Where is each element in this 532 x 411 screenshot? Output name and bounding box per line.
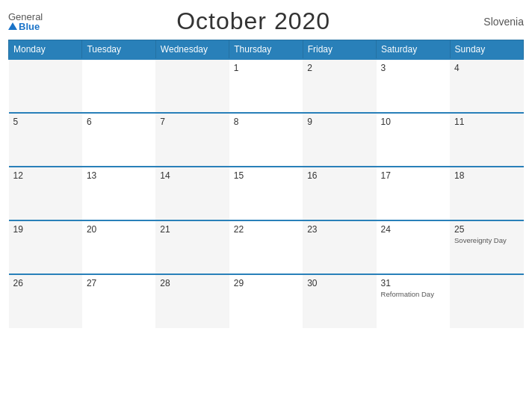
table-row (9, 59, 82, 113)
day-number: 16 (307, 170, 371, 181)
day-number: 3 (381, 63, 445, 73)
day-number: 29 (234, 278, 298, 288)
day-number: 23 (307, 224, 371, 235)
logo-general-text: General (8, 12, 43, 22)
table-row: 14 (155, 167, 229, 220)
calendar-week-3: 12131415161718 (9, 167, 524, 220)
table-row: 31Reformation Day (377, 274, 450, 328)
day-number: 7 (160, 117, 224, 127)
header-tuesday: Tuesday (82, 40, 155, 60)
calendar-header: General Blue October 2020 Slovenia (8, 7, 524, 35)
day-number: 1 (234, 63, 298, 73)
calendar-week-4: 19202122232425Sovereignty Day (9, 220, 524, 274)
day-number: 10 (381, 117, 445, 127)
calendar-table: MondayTuesdayWednesdayThursdayFridaySatu… (8, 40, 524, 328)
table-row: 7 (155, 113, 229, 167)
table-row: 15 (229, 167, 303, 220)
header-wednesday: Wednesday (155, 40, 229, 60)
table-row: 21 (155, 220, 229, 274)
country-name: Slovenia (464, 16, 524, 28)
table-row: 25Sovereignty Day (450, 220, 523, 274)
header-friday: Friday (303, 40, 376, 60)
calendar-week-5: 262728293031Reformation Day (9, 274, 524, 328)
day-number: 17 (381, 170, 445, 181)
table-row: 8 (229, 113, 303, 167)
day-number: 21 (160, 224, 224, 235)
header-thursday: Thursday (229, 40, 303, 60)
day-number: 9 (307, 117, 371, 127)
table-row: 19 (9, 220, 82, 274)
table-row: 23 (303, 220, 376, 274)
day-number: 18 (454, 170, 519, 181)
day-headers: MondayTuesdayWednesdayThursdayFridaySatu… (9, 40, 524, 60)
calendar-header-row: MondayTuesdayWednesdayThursdayFridaySatu… (9, 40, 524, 60)
day-number: 27 (87, 278, 151, 288)
logo-blue-text: Blue (19, 22, 40, 31)
day-number: 8 (234, 117, 298, 127)
month-title: October 2020 (176, 7, 330, 35)
day-number: 30 (307, 278, 371, 288)
day-number: 11 (454, 117, 519, 127)
logo: General Blue (8, 12, 43, 31)
table-row: 22 (229, 220, 303, 274)
day-number: 12 (13, 170, 78, 181)
table-row: 26 (9, 274, 82, 328)
table-row: 24 (377, 220, 450, 274)
holiday-name: Sovereignty Day (454, 236, 519, 244)
header-sunday: Sunday (450, 40, 523, 60)
table-row: 3 (377, 59, 450, 113)
table-row: 6 (82, 113, 155, 167)
day-number: 22 (234, 224, 298, 235)
table-row: 20 (82, 220, 155, 274)
calendar-week-2: 567891011 (9, 113, 524, 167)
day-number: 2 (307, 63, 371, 73)
calendar-body: 1234567891011121314151617181920212223242… (9, 59, 524, 328)
table-row: 5 (9, 113, 82, 167)
table-row (155, 59, 229, 113)
table-row: 4 (450, 59, 523, 113)
day-number: 20 (87, 224, 151, 235)
day-number: 26 (13, 278, 78, 288)
table-row: 28 (155, 274, 229, 328)
table-row: 10 (377, 113, 450, 167)
day-number: 13 (87, 170, 151, 181)
table-row: 30 (303, 274, 376, 328)
day-number: 4 (454, 63, 519, 73)
holiday-name: Reformation Day (381, 290, 445, 298)
day-number: 31 (381, 278, 445, 288)
table-row: 12 (9, 167, 82, 220)
table-row (82, 59, 155, 113)
logo-blue-section: Blue (8, 22, 43, 31)
table-row: 9 (303, 113, 376, 167)
logo-triangle-icon (8, 22, 17, 30)
day-number: 15 (234, 170, 298, 181)
table-row: 27 (82, 274, 155, 328)
day-number: 6 (87, 117, 151, 127)
calendar-container: General Blue October 2020 Slovenia Monda… (8, 7, 524, 328)
header-saturday: Saturday (377, 40, 450, 60)
table-row: 1 (229, 59, 303, 113)
table-row: 16 (303, 167, 376, 220)
table-row: 29 (229, 274, 303, 328)
day-number: 24 (381, 224, 445, 235)
calendar-week-1: 1234 (9, 59, 524, 113)
table-row: 17 (377, 167, 450, 220)
table-row: 18 (450, 167, 523, 220)
table-row: 11 (450, 113, 523, 167)
table-row: 2 (303, 59, 376, 113)
header-monday: Monday (9, 40, 82, 60)
day-number: 28 (160, 278, 224, 288)
table-row: 13 (82, 167, 155, 220)
day-number: 19 (13, 224, 78, 235)
day-number: 25 (454, 224, 519, 235)
day-number: 14 (160, 170, 224, 181)
day-number: 5 (13, 117, 78, 127)
table-row (450, 274, 523, 328)
